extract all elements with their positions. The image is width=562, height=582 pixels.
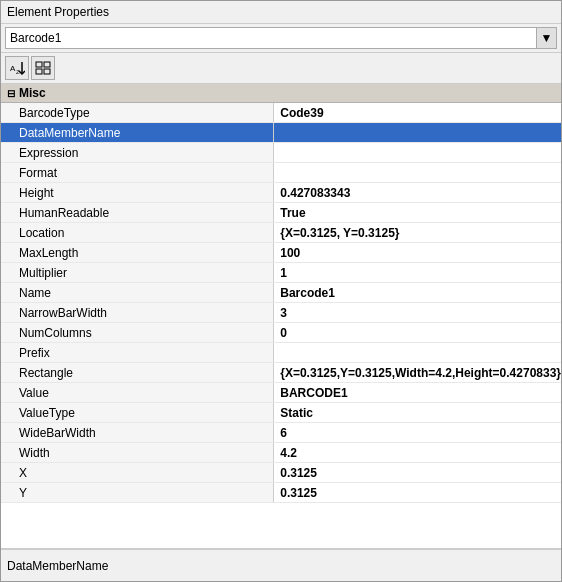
property-value[interactable]: {X=0.3125, Y=0.3125} <box>274 223 561 243</box>
property-value[interactable] <box>274 343 561 363</box>
panel-title: Element Properties <box>1 1 561 24</box>
property-value[interactable]: 3 <box>274 303 561 323</box>
table-row[interactable]: DataMemberName <box>1 123 561 143</box>
property-key: Prefix <box>1 343 274 363</box>
properties-table: ⊟MiscBarcodeTypeCode39DataMemberNameExpr… <box>1 84 561 549</box>
property-value[interactable]: {X=0.3125,Y=0.3125,Width=4.2,Height=0.42… <box>274 363 561 383</box>
sort-az-button[interactable]: A Z <box>5 56 29 80</box>
table-row[interactable]: X0.3125 <box>1 463 561 483</box>
property-key: ValueType <box>1 403 274 423</box>
table-row[interactable]: Format <box>1 163 561 183</box>
element-select-row: Barcode1 ▼ <box>1 24 561 53</box>
table-row[interactable]: ValueTypeStatic <box>1 403 561 423</box>
element-properties-panel: Element Properties Barcode1 ▼ A Z <box>0 0 562 582</box>
property-key: Location <box>1 223 274 243</box>
property-key: BarcodeType <box>1 103 274 123</box>
property-key: NumColumns <box>1 323 274 343</box>
section-label: Misc <box>19 86 46 100</box>
property-value[interactable]: 0.427083343 <box>274 183 561 203</box>
table-row[interactable]: WideBarWidth6 <box>1 423 561 443</box>
property-value[interactable]: 6 <box>274 423 561 443</box>
table-row[interactable]: HumanReadableTrue <box>1 203 561 223</box>
table-row[interactable]: Multiplier1 <box>1 263 561 283</box>
property-key: WideBarWidth <box>1 423 274 443</box>
property-value[interactable]: Code39 <box>274 103 561 123</box>
property-key: Rectangle <box>1 363 274 383</box>
status-bar: DataMemberName <box>1 549 561 581</box>
table-row[interactable]: Prefix <box>1 343 561 363</box>
svg-rect-3 <box>36 62 42 67</box>
property-value[interactable]: 4.2 <box>274 443 561 463</box>
section-header[interactable]: ⊟Misc <box>1 84 561 103</box>
property-value[interactable]: 0 <box>274 323 561 343</box>
property-key: Name <box>1 283 274 303</box>
property-value[interactable]: True <box>274 203 561 223</box>
property-value[interactable]: Static <box>274 403 561 423</box>
property-value[interactable] <box>274 163 561 183</box>
property-value[interactable]: 100 <box>274 243 561 263</box>
table-row[interactable]: NameBarcode1 <box>1 283 561 303</box>
table-row[interactable]: MaxLength100 <box>1 243 561 263</box>
table-row[interactable]: Location{X=0.3125, Y=0.3125} <box>1 223 561 243</box>
table-row[interactable]: NumColumns0 <box>1 323 561 343</box>
categorize-button[interactable] <box>31 56 55 80</box>
svg-rect-6 <box>44 69 50 74</box>
collapse-icon: ⊟ <box>7 88 15 99</box>
property-value[interactable]: 0.3125 <box>274 463 561 483</box>
svg-rect-5 <box>36 69 42 74</box>
property-key: Multiplier <box>1 263 274 283</box>
property-value[interactable]: Barcode1 <box>274 283 561 303</box>
element-select[interactable]: Barcode1 <box>5 27 537 49</box>
property-key: DataMemberName <box>1 123 274 143</box>
table-row[interactable]: Rectangle{X=0.3125,Y=0.3125,Width=4.2,He… <box>1 363 561 383</box>
property-key: Y <box>1 483 274 503</box>
table-row[interactable]: Y0.3125 <box>1 483 561 503</box>
select-arrow-icon[interactable]: ▼ <box>537 27 557 49</box>
property-value[interactable]: 1 <box>274 263 561 283</box>
property-key: Width <box>1 443 274 463</box>
property-value[interactable]: 0.3125 <box>274 483 561 503</box>
property-key: X <box>1 463 274 483</box>
property-key: HumanReadable <box>1 203 274 223</box>
table-row[interactable]: Width4.2 <box>1 443 561 463</box>
table-row[interactable]: NarrowBarWidth3 <box>1 303 561 323</box>
table-row[interactable]: BarcodeTypeCode39 <box>1 103 561 123</box>
table-row[interactable]: ValueBARCODE1 <box>1 383 561 403</box>
table-row[interactable]: Height0.427083343 <box>1 183 561 203</box>
property-key: Format <box>1 163 274 183</box>
sort-az-icon: A Z <box>9 60 25 76</box>
svg-rect-4 <box>44 62 50 67</box>
property-value[interactable] <box>274 123 561 143</box>
status-text: DataMemberName <box>7 559 108 573</box>
property-value[interactable] <box>274 143 561 163</box>
property-value[interactable]: BARCODE1 <box>274 383 561 403</box>
property-key: Height <box>1 183 274 203</box>
categorize-icon <box>35 60 51 76</box>
table-row[interactable]: Expression <box>1 143 561 163</box>
property-key: Value <box>1 383 274 403</box>
property-key: MaxLength <box>1 243 274 263</box>
property-key: NarrowBarWidth <box>1 303 274 323</box>
toolbar: A Z <box>1 53 561 84</box>
property-key: Expression <box>1 143 274 163</box>
